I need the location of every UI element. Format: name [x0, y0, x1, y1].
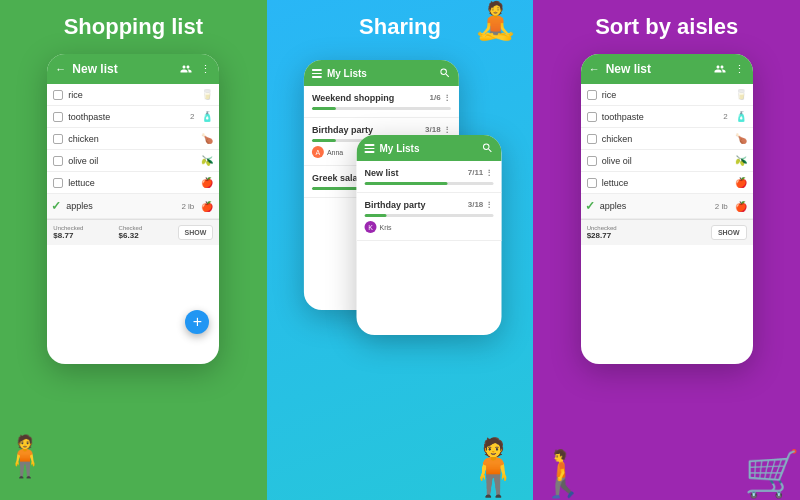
checkbox-toothpaste[interactable]: [53, 112, 63, 122]
menu-icon[interactable]: ⋮: [200, 63, 211, 76]
checkmark-icon: ✓: [51, 199, 61, 213]
panel-sort-aisles: Sort by aisles ← New list ⋮ rice 🥛: [533, 0, 800, 500]
checkbox-rice[interactable]: [587, 90, 597, 100]
phone3-header: ← New list ⋮: [581, 54, 753, 84]
phone1-header-title: New list: [72, 62, 172, 76]
unchecked-price: $8.77: [53, 231, 83, 240]
sitting-figure: 🧘: [473, 0, 518, 42]
user-avatar: K: [365, 221, 377, 233]
list-item[interactable]: rice 🥛: [581, 84, 753, 106]
checkbox-lettuce[interactable]: [53, 178, 63, 188]
phone-mockup-3: ← New list ⋮ rice 🥛 toothpaste 2: [581, 54, 753, 364]
phone1-header: ← New list ⋮: [47, 54, 219, 84]
list-item[interactable]: chicken 🍗: [47, 128, 219, 150]
back-phone-title: My Lists: [327, 68, 434, 79]
checkbox-chicken[interactable]: [53, 134, 63, 144]
list-card-birthday2[interactable]: Birthday party 3/18 ⋮ K Kris: [357, 193, 502, 241]
unchecked-price: $28.77: [587, 231, 617, 240]
list-card-weekend[interactable]: Weekend shopping 1/6 ⋮: [304, 86, 459, 118]
progress-bar: [365, 214, 494, 217]
list-card-user: K Kris: [365, 221, 494, 233]
back-icon[interactable]: ←: [589, 63, 600, 75]
back-icon[interactable]: ←: [55, 63, 66, 75]
checkbox-oliveoil[interactable]: [587, 156, 597, 166]
checkbox-chicken[interactable]: [587, 134, 597, 144]
list-item-checked[interactable]: ✓ apples 2 lb 🍎: [47, 194, 219, 219]
fab-add-button[interactable]: +: [185, 310, 209, 334]
checkbox-toothpaste[interactable]: [587, 112, 597, 122]
list-item[interactable]: toothpaste 2 🧴: [581, 106, 753, 128]
share-icon[interactable]: [178, 61, 194, 77]
shopping-list-3: rice 🥛 toothpaste 2 🧴 chicken 🍗 olive oi: [581, 84, 753, 219]
list-card-title: Weekend shopping 1/6 ⋮: [312, 93, 451, 103]
progress-fill: [312, 107, 336, 110]
show-button[interactable]: SHOW: [178, 225, 214, 240]
list-item[interactable]: lettuce 🍎: [581, 172, 753, 194]
panel-sharing: Sharing 🧘 My Lists Weekend shopping 1/6 …: [267, 0, 534, 500]
shopping-figure: 🛒: [744, 447, 800, 500]
phone1-footer: Unchecked $8.77 Checked $6.32 SHOW: [47, 219, 219, 245]
search-icon[interactable]: [482, 142, 494, 154]
back-phone-header: My Lists: [304, 60, 459, 86]
user-avatar: A: [312, 146, 324, 158]
checked-group: Checked $6.32: [119, 225, 143, 240]
checkmark-icon: ✓: [585, 199, 595, 213]
hamburger-icon[interactable]: [312, 69, 322, 78]
list-card-title: New list 7/11 ⋮: [365, 168, 494, 178]
front-phone: My Lists New list 7/11 ⋮ Birthday party …: [357, 135, 502, 335]
panel2-content: My Lists Weekend shopping 1/6 ⋮ Birthday…: [267, 50, 534, 500]
progress-fill: [365, 182, 448, 185]
checkbox-lettuce[interactable]: [587, 178, 597, 188]
list-item[interactable]: olive oil 🫒: [47, 150, 219, 172]
list-item[interactable]: toothpaste 2 🧴: [47, 106, 219, 128]
show-button[interactable]: SHOW: [711, 225, 747, 240]
checkbox-rice[interactable]: [53, 90, 63, 100]
progress-bar: [312, 107, 451, 110]
front-phone-title: My Lists: [380, 143, 477, 154]
checked-price: $6.32: [119, 231, 143, 240]
list-item[interactable]: olive oil 🫒: [581, 150, 753, 172]
progress-fill: [312, 139, 336, 142]
phone3-footer: Unchecked $28.77 SHOW: [581, 219, 753, 245]
walking-figure: 🚶: [535, 447, 591, 500]
share-icon[interactable]: [712, 61, 728, 77]
panel3-title: Sort by aisles: [585, 0, 748, 50]
search-icon[interactable]: [439, 67, 451, 79]
shopping-list-1: rice 🥛 toothpaste 2 🧴 chicken 🍗 olive oi…: [47, 84, 219, 219]
phone-mockup-1: ← New list ⋮ rice 🥛 toothpaste 2 🧴 ch: [47, 54, 219, 364]
phone3-header-title: New list: [606, 62, 706, 76]
list-item[interactable]: chicken 🍗: [581, 128, 753, 150]
standing-figure: 🧍: [459, 435, 528, 500]
list-item[interactable]: rice 🥛: [47, 84, 219, 106]
list-item[interactable]: lettuce 🍎: [47, 172, 219, 194]
panel2-title: Sharing: [349, 0, 451, 50]
panel-shopping-list: Shopping list ← New list ⋮ rice 🥛 toothp…: [0, 0, 267, 500]
front-phone-header: My Lists: [357, 135, 502, 161]
panel1-title: Shopping list: [54, 0, 213, 50]
list-card-newlist[interactable]: New list 7/11 ⋮: [357, 161, 502, 193]
list-card-title: Birthday party 3/18 ⋮: [312, 125, 451, 135]
unchecked-group: Unchecked $8.77: [53, 225, 83, 240]
figure-left: 🧍: [0, 433, 50, 480]
list-item-checked[interactable]: ✓ apples 2 lb 🍎: [581, 194, 753, 219]
checkbox-oliveoil[interactable]: [53, 156, 63, 166]
unchecked-group: Unchecked $28.77: [587, 225, 617, 240]
progress-fill: [365, 214, 387, 217]
hamburger-icon[interactable]: [365, 144, 375, 153]
menu-icon[interactable]: ⋮: [734, 63, 745, 76]
list-card-title: Birthday party 3/18 ⋮: [365, 200, 494, 210]
progress-bar: [365, 182, 494, 185]
